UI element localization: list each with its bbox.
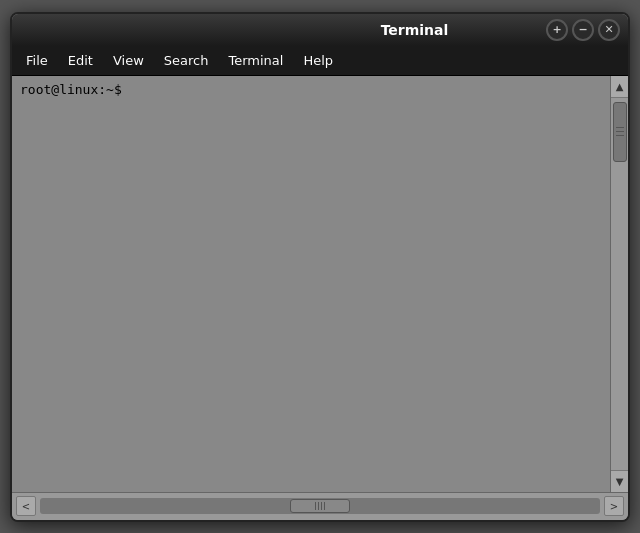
horizontal-scrollbar: < > — [12, 492, 628, 520]
scroll-left-button[interactable]: < — [16, 496, 36, 516]
scroll-down-button[interactable]: ▼ — [611, 470, 629, 492]
vscroll-thumb[interactable] — [613, 102, 627, 162]
scroll-down-arrow-icon: ▼ — [616, 476, 624, 487]
menu-view[interactable]: View — [103, 49, 154, 72]
scroll-right-button[interactable]: > — [604, 496, 624, 516]
grip-line — [318, 502, 319, 510]
grip-line — [324, 502, 325, 510]
menu-edit[interactable]: Edit — [58, 49, 103, 72]
menu-search[interactable]: Search — [154, 49, 219, 72]
hscroll-thumb-grip — [315, 502, 325, 510]
vscroll-thumb-grip — [616, 127, 624, 136]
titlebar-buttons: + − ✕ — [546, 19, 620, 41]
grip-line — [616, 127, 624, 128]
hscroll-thumb[interactable] — [290, 499, 350, 513]
titlebar: Terminal + − ✕ — [12, 14, 628, 46]
menu-help[interactable]: Help — [293, 49, 343, 72]
grip-line — [616, 131, 624, 132]
scroll-up-arrow-icon: ▲ — [616, 81, 624, 92]
menu-file[interactable]: File — [16, 49, 58, 72]
terminal-window: Terminal + − ✕ File Edit View Search Ter… — [10, 12, 630, 522]
minimize-button[interactable]: − — [572, 19, 594, 41]
close-button[interactable]: ✕ — [598, 19, 620, 41]
scroll-right-arrow-icon: > — [610, 501, 618, 512]
hscroll-track[interactable] — [40, 498, 600, 514]
vertical-scrollbar: ▲ ▼ — [610, 76, 628, 492]
grip-line — [616, 135, 624, 136]
terminal-prompt: root@linux:~$ — [20, 82, 122, 97]
grip-line — [321, 502, 322, 510]
scroll-up-button[interactable]: ▲ — [611, 76, 629, 98]
window-title: Terminal — [283, 22, 546, 38]
menubar: File Edit View Search Terminal Help — [12, 46, 628, 76]
add-tab-button[interactable]: + — [546, 19, 568, 41]
terminal-body: root@linux:~$ ▲ ▼ — [12, 76, 628, 492]
menu-terminal[interactable]: Terminal — [218, 49, 293, 72]
grip-line — [315, 502, 316, 510]
terminal-content[interactable]: root@linux:~$ — [12, 76, 610, 492]
scroll-left-arrow-icon: < — [22, 501, 30, 512]
vscroll-track[interactable] — [611, 98, 628, 470]
